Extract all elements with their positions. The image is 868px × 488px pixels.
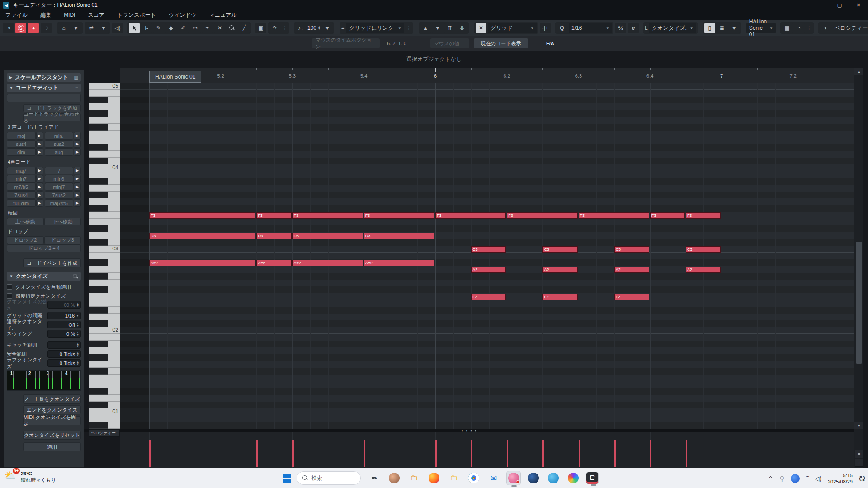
- mute-tool[interactable]: ✕: [214, 23, 225, 33]
- triad-min-button[interactable]: min.: [45, 132, 74, 140]
- wifi-icon[interactable]: ῀̈: [806, 475, 808, 482]
- piano-key-37[interactable]: [89, 320, 120, 327]
- notification-bell-icon[interactable]: 🗘: [859, 475, 865, 482]
- midi-note-D3[interactable]: D3: [292, 233, 363, 239]
- midi-input-icon[interactable]: ◔: [794, 23, 805, 33]
- piano-key-59[interactable]: [89, 171, 120, 178]
- midi-note-F3[interactable]: F3: [435, 212, 506, 219]
- midi-note-F3[interactable]: F3: [292, 212, 363, 219]
- midi-note-F2[interactable]: F2: [614, 294, 649, 300]
- nudge-icon[interactable]: ⇄: [86, 23, 97, 33]
- cubase-icon[interactable]: C: [586, 472, 599, 484]
- tray-device-icon[interactable]: ⚲: [780, 475, 784, 482]
- range-selection-tool[interactable]: I▪: [141, 23, 152, 33]
- seventh-fulldim-play-icon[interactable]: ▶: [36, 199, 43, 207]
- midi-note-A2[interactable]: A2: [614, 267, 649, 273]
- insert-velocity-value[interactable]: 100: [307, 25, 316, 31]
- close-button[interactable]: ✕: [849, 0, 868, 10]
- midi-note-F3[interactable]: F3: [149, 212, 255, 219]
- velocity-bar[interactable]: [364, 440, 365, 467]
- length-quantize-combo[interactable]: クオンタイズ.▼: [649, 23, 696, 33]
- triad-aug-play-icon[interactable]: ▶: [74, 148, 81, 156]
- piano-key-23[interactable]: [89, 415, 120, 422]
- seventh-minj7-button[interactable]: minj7: [45, 183, 74, 191]
- event-colors-combo[interactable]: ベロシティー: [832, 23, 868, 33]
- apply-quantize-button[interactable]: 適用: [23, 442, 81, 451]
- seventh-7sus4-button[interactable]: 7sus4: [7, 191, 36, 199]
- transpose-down-button[interactable]: ▼: [432, 23, 443, 33]
- catch-range-value[interactable]: -▲▼: [47, 341, 81, 349]
- tuplet-value[interactable]: Off▲▼: [47, 321, 81, 328]
- clock[interactable]: 5:15 2025/08/29: [828, 472, 853, 485]
- project-cursor[interactable]: [722, 68, 722, 429]
- menu-ファイル[interactable]: ファイル: [5, 11, 28, 19]
- speaker-icon[interactable]: ◁): [112, 23, 123, 33]
- scroll-up-icon[interactable]: ▲: [854, 68, 863, 75]
- volume-icon[interactable]: ◁): [815, 475, 821, 482]
- piano-key-44[interactable]: [89, 273, 120, 280]
- piano-key-40[interactable]: [89, 300, 120, 307]
- velocity-bar[interactable]: [686, 440, 687, 467]
- minimize-button[interactable]: ─: [811, 0, 830, 10]
- file-explorer-icon[interactable]: 🗀: [407, 471, 421, 485]
- widgets-icon[interactable]: ✒: [367, 471, 382, 485]
- seventh-maj75-button[interactable]: maj7/#5: [45, 199, 74, 207]
- piano-key-60[interactable]: C4: [89, 164, 120, 171]
- maximize-button[interactable]: ▢: [830, 0, 849, 10]
- seventh-7-button[interactable]: 7: [45, 167, 74, 174]
- triad-aug-button[interactable]: aug: [45, 148, 74, 156]
- piano-key-51[interactable]: [89, 225, 120, 232]
- split-tool[interactable]: ✂: [190, 23, 201, 33]
- piano-key-55[interactable]: [89, 198, 120, 205]
- transpose-octave-down-button[interactable]: ⇊: [457, 23, 467, 33]
- lane-divider[interactable]: ▪ ▪ ▪ ▪: [84, 429, 854, 432]
- drop3-button[interactable]: ドロップ3: [44, 236, 81, 244]
- solo-editor-button[interactable]: S: [15, 23, 26, 33]
- drop2-button[interactable]: ドロップ2: [7, 236, 44, 244]
- midi-input-kebab-icon[interactable]: ⋮: [806, 26, 812, 31]
- piano-key-71[interactable]: [89, 90, 120, 97]
- timeline-ruler[interactable]: 5.25.35.466.26.36.477.2: [120, 68, 854, 83]
- velocity-lane[interactable]: [120, 432, 854, 468]
- zoom-tool[interactable]: [226, 23, 237, 33]
- triad-maj-play-icon[interactable]: ▶: [36, 132, 43, 140]
- piano-key-27[interactable]: [89, 388, 120, 395]
- freeze-quantize-button[interactable]: MIDI クオンタイズを固定: [23, 416, 81, 425]
- link-to-grid-combo[interactable]: グリッドにリンク▼: [346, 23, 404, 33]
- seventh-7sus2-button[interactable]: 7sus2: [45, 191, 74, 199]
- velocity-bar[interactable]: [256, 440, 258, 467]
- seventh-m7b5-play-icon[interactable]: ▶: [36, 183, 43, 191]
- piano-key-45[interactable]: [89, 266, 120, 273]
- nudge-dropdown[interactable]: ▼: [98, 23, 109, 33]
- triad-dim-button[interactable]: dim: [7, 148, 36, 156]
- velocity-bar[interactable]: [579, 440, 580, 467]
- step-midi-input-icon[interactable]: ▦: [782, 23, 793, 33]
- start-button[interactable]: [280, 472, 293, 484]
- tray-assistant-icon[interactable]: [791, 474, 800, 483]
- triad-min-play-icon[interactable]: ▶: [74, 132, 81, 140]
- seventh-minj7-play-icon[interactable]: ▶: [74, 183, 81, 191]
- loop-kebab-icon[interactable]: ⋮: [282, 26, 288, 31]
- menu-マニュアル[interactable]: マニュアル: [209, 11, 236, 19]
- piano-key-57[interactable]: [89, 185, 120, 192]
- midi-note-F2[interactable]: F2: [471, 294, 506, 300]
- folder-icon[interactable]: 🗀: [447, 471, 461, 485]
- seventh-7-play-icon[interactable]: ▶: [74, 167, 81, 174]
- safe-range-value[interactable]: 0 Ticks▲▼: [47, 350, 81, 358]
- auto-apply-checkbox[interactable]: [7, 284, 12, 290]
- velocity-bar[interactable]: [471, 440, 472, 467]
- piano-key-29[interactable]: [89, 375, 120, 381]
- link-grid-kebab-icon[interactable]: ⋮: [406, 26, 412, 31]
- move-up-button[interactable]: 上へ移動: [7, 218, 44, 225]
- seventh-maj75-play-icon[interactable]: ▶: [74, 199, 81, 207]
- piano-key-33[interactable]: [89, 347, 120, 354]
- midi-note-F3[interactable]: F3: [579, 212, 649, 219]
- show-part-borders-icon[interactable]: ▯: [704, 23, 715, 33]
- velocity-stepper[interactable]: ▲▼: [318, 26, 321, 30]
- auto-apply-quantize-row[interactable]: クオンタイズを自動適用: [7, 282, 81, 291]
- triad-sus2-button[interactable]: sus2: [45, 140, 74, 148]
- midi-note-F3[interactable]: F3: [256, 212, 291, 219]
- piano-key-61[interactable]: [89, 158, 120, 164]
- menu-トランスポート[interactable]: トランスポート: [117, 11, 156, 19]
- piano-key-42[interactable]: [89, 286, 120, 293]
